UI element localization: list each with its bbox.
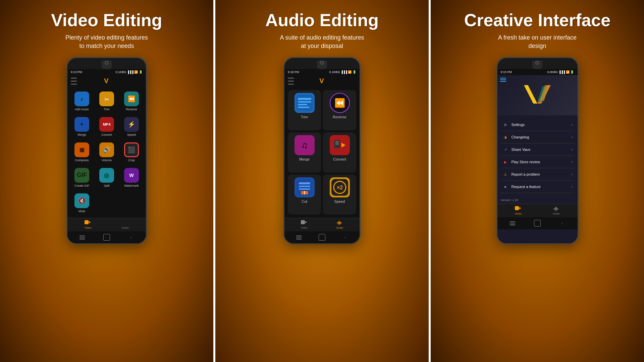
app-label: Mute bbox=[78, 209, 85, 213]
list-item[interactable]: ⏪ Reverse bbox=[323, 90, 356, 130]
app-label: Cut bbox=[302, 199, 307, 203]
version-text: Version: 1.00 bbox=[497, 196, 578, 204]
creative-phone: ♪ + ▦ GIF 🔇 9:15 PM 0.0KB/s ▐▐▐ 📶 🔋 bbox=[496, 57, 579, 244]
settings-item-share[interactable]: ↗ Share Vaux › bbox=[501, 143, 574, 156]
phone-bottom-bar: ‹ bbox=[67, 231, 146, 243]
split-icon: ◎ bbox=[99, 168, 114, 183]
camera-dot bbox=[105, 61, 109, 65]
hamburger-button[interactable] bbox=[296, 234, 302, 241]
chevron-right-icon: › bbox=[572, 172, 573, 177]
request-label: Request a feature bbox=[512, 185, 541, 189]
nav-video[interactable]: Video bbox=[515, 206, 522, 215]
back-button[interactable]: ‹ bbox=[559, 220, 566, 227]
app-grid: ♪ Add music ✂ Trim ⏪ Reverse + Merge bbox=[67, 87, 146, 218]
svg-rect-11 bbox=[335, 141, 339, 142]
list-item[interactable]: 🔇 Mute bbox=[70, 191, 94, 216]
square-button[interactable] bbox=[534, 220, 541, 227]
nav-video[interactable]: Video bbox=[85, 220, 91, 229]
settings-item-request[interactable]: ★ Request a feature › bbox=[501, 181, 574, 193]
camera-dot bbox=[535, 61, 539, 65]
list-item[interactable]: ⚡ Speed bbox=[120, 115, 143, 139]
svg-rect-28 bbox=[515, 206, 519, 210]
svg-rect-8 bbox=[298, 107, 310, 108]
list-item[interactable]: ♪ Add music bbox=[70, 89, 94, 114]
settings-item-play-store[interactable]: ▶ Play Store review › bbox=[501, 156, 574, 168]
list-item[interactable]: ⬛ Crop bbox=[120, 140, 143, 165]
volume-icon: 🔊 bbox=[99, 142, 114, 157]
status-bar: 9:15 PM 0.0KB/s ▐▐▐ 📶 🔋 bbox=[497, 69, 578, 75]
creative-logo-area bbox=[497, 75, 578, 115]
settings-item-settings[interactable]: ⚙ Settings › bbox=[501, 119, 574, 131]
settings-gear-icon: ⚙ bbox=[502, 121, 509, 128]
changelog-label: Changelog bbox=[512, 135, 529, 139]
list-item[interactable]: ✂ Trim bbox=[95, 89, 118, 114]
settings-item-changelog[interactable]: ◑ Changelog › bbox=[501, 131, 574, 143]
nav-audio[interactable]: Audio bbox=[122, 220, 128, 229]
hamburger-icon[interactable] bbox=[500, 78, 506, 82]
phone-header: V bbox=[284, 75, 360, 87]
hamburger-button[interactable] bbox=[79, 234, 86, 241]
report-label: Report a problem bbox=[512, 172, 540, 176]
hamburger-icon[interactable] bbox=[288, 78, 298, 84]
crop-label: Crop bbox=[128, 159, 135, 162]
camera-bump bbox=[532, 61, 542, 69]
list-item[interactable]: GIF Create GIF bbox=[70, 166, 94, 190]
mute-icon: 🔇 bbox=[74, 193, 89, 208]
trim-audio-icon bbox=[294, 93, 315, 113]
speed-audio-icon: ×2 bbox=[330, 177, 350, 197]
back-button[interactable]: ‹ bbox=[128, 234, 135, 241]
nav-video-label: Video bbox=[301, 226, 308, 229]
list-item[interactable]: ♫ Merge bbox=[288, 132, 321, 173]
list-item[interactable]: ◎ Split bbox=[95, 166, 118, 190]
camera-dot bbox=[320, 61, 324, 65]
app-label: Trim bbox=[301, 115, 308, 119]
settings-label: Settings bbox=[512, 123, 525, 127]
list-item[interactable]: MP4 Convert bbox=[95, 115, 118, 139]
create-gif-icon: GIF bbox=[74, 168, 89, 183]
nav-video[interactable]: Video bbox=[301, 220, 308, 229]
svg-rect-5 bbox=[298, 98, 311, 100]
settings-item-report[interactable]: ⚠ Report a problem › bbox=[501, 168, 574, 181]
svg-rect-22 bbox=[301, 220, 305, 224]
video-editing-title: Video Editing bbox=[51, 10, 162, 30]
list-item[interactable]: Cut bbox=[288, 175, 321, 215]
nav-video-label: Video bbox=[85, 226, 91, 229]
square-button[interactable] bbox=[319, 234, 325, 241]
nav-video-label: Video bbox=[515, 212, 522, 215]
list-item[interactable]: Trim bbox=[288, 90, 321, 130]
merge-icon: + bbox=[74, 117, 89, 132]
list-item[interactable]: W Watermark bbox=[120, 166, 143, 190]
list-item[interactable]: Convert bbox=[323, 132, 356, 173]
list-item[interactable]: ×2 Speed bbox=[323, 175, 356, 215]
nav-audio-label: Audio bbox=[336, 226, 343, 229]
square-button[interactable] bbox=[103, 234, 110, 241]
svg-rect-14 bbox=[299, 182, 310, 184]
audio-editing-title: Audio Editing bbox=[265, 10, 379, 30]
hamburger-menu-icon[interactable] bbox=[71, 78, 81, 84]
hamburger-button[interactable] bbox=[509, 220, 516, 227]
creative-interface-panel: Creative Interface A fresh take on user … bbox=[431, 0, 644, 362]
svg-text:×2: ×2 bbox=[336, 185, 342, 190]
crop-icon: ⬛ bbox=[124, 142, 139, 157]
nav-audio[interactable]: Audio bbox=[553, 206, 559, 215]
list-item[interactable]: + Merge bbox=[70, 115, 94, 139]
vaux-brand-logo bbox=[521, 83, 554, 107]
list-item[interactable]: ▦ Compress bbox=[70, 140, 94, 165]
nav-audio[interactable]: Audio bbox=[336, 220, 343, 229]
list-item[interactable]: 🔊 Volume bbox=[95, 140, 118, 165]
reverse-audio-icon: ⏪ bbox=[330, 93, 350, 113]
app-label: Reverse bbox=[333, 115, 346, 119]
list-item[interactable]: ⏪ Reverse bbox=[120, 89, 143, 114]
phone-bottom-bar: ‹ bbox=[497, 217, 578, 229]
audio-editing-subtitle: A suite of audio editing features at you… bbox=[280, 34, 364, 50]
phone-header: V bbox=[67, 75, 146, 87]
back-button[interactable]: ‹ bbox=[342, 234, 348, 241]
app-label: Volume bbox=[102, 159, 112, 162]
share-label: Share Vaux bbox=[512, 147, 531, 152]
nav-audio-label: Audio bbox=[553, 212, 559, 215]
svg-marker-23 bbox=[305, 221, 307, 223]
camera-bump bbox=[317, 61, 327, 69]
audio-editing-phone: 9:18 PM 0.1KB/s ▐▐▐ 📶 🔋 V Trim bbox=[283, 57, 361, 244]
phone-nav-bar: Video Audio bbox=[284, 218, 360, 231]
convert-icon: MP4 bbox=[99, 117, 114, 132]
